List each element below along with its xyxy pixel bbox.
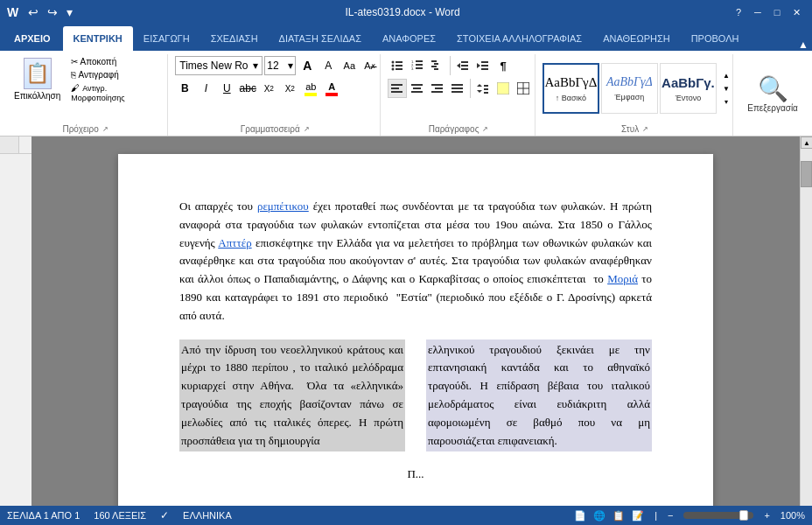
borders-button[interactable] [514, 79, 533, 98]
tab-home[interactable]: ΚΕΝΤΡΙΚΗ [63, 26, 133, 51]
customize-qat-button[interactable]: ▾ [64, 5, 75, 19]
column-right: ελληνικού τραγουδιού ξεκινάει με την επτ… [426, 340, 652, 452]
tab-references[interactable]: ΑΝΑΦΟΡΕΣ [372, 26, 446, 51]
tab-view[interactable]: ΠΡΟΒΟΛΗ [681, 26, 750, 51]
paragraph-group-label: Παράγραφος ↗ [388, 122, 529, 136]
minimize-button[interactable]: ─ [749, 4, 766, 21]
clear-format-icon: A✗ [364, 60, 376, 71]
style-gallery: AaBbΓγΔ ↑ Βασικό AaBbΓγΔ Έμφαση AaBbΓγ. [542, 56, 732, 121]
svg-rect-7 [416, 60, 423, 62]
font-shrink-button[interactable]: A [318, 56, 338, 75]
scroll-thumb[interactable] [801, 161, 812, 187]
view-draft-button[interactable]: 📝 [632, 510, 644, 522]
svg-rect-29 [411, 91, 423, 93]
svg-marker-20 [477, 63, 480, 68]
zoom-separator: | [654, 510, 657, 521]
style-emphasis[interactable]: AaBbΓγΔ Έμφαση [601, 63, 658, 114]
zoom-slider[interactable] [683, 512, 753, 519]
align-center-button[interactable] [408, 79, 427, 98]
svg-rect-30 [431, 84, 443, 86]
numbering-button[interactable]: 1.2.3. [408, 56, 427, 75]
editing-button[interactable]: 🔍 Επεξεργασία [740, 71, 805, 116]
apper-link[interactable]: Απττέρ [218, 236, 251, 249]
help-button[interactable]: ? [730, 4, 747, 21]
document-scroll-area[interactable]: Οι απαρχές του ρεμπέτικου έχει προταθεί … [32, 136, 800, 525]
align-left-button[interactable] [388, 79, 407, 98]
tab-file[interactable]: ΑΡΧΕΙΟ [2, 26, 63, 51]
tab-mailings[interactable]: ΣΤΟΙΧΕΙΑ ΑΛΛΗΛΟΓΡΑΦΙΑΣ [446, 26, 592, 51]
font-expand-icon[interactable]: ↗ [304, 125, 310, 133]
paragraph-3: Π... [179, 466, 652, 484]
redo-button[interactable]: ↪ [45, 5, 60, 19]
ribbon-expand-button[interactable]: ▲ [798, 38, 808, 51]
font-name-dropdown[interactable]: Times New Ro ▾ [175, 56, 262, 75]
svg-point-0 [392, 61, 395, 64]
tab-review[interactable]: ΑΝΑΘΕΩΡΗΣΗ [592, 26, 681, 51]
paste-button[interactable]: 📋 Επικόλληση [9, 56, 66, 102]
view-outline-button[interactable]: 📋 [612, 510, 625, 522]
tab-insert[interactable]: ΕΙΣΑΓΩΓΗ [133, 26, 200, 51]
vertical-scrollbar[interactable]: ▲ ▼ [800, 136, 812, 525]
text-highlight-button[interactable]: ab [301, 79, 320, 98]
line-spacing-button[interactable] [473, 79, 493, 98]
justify-button[interactable] [448, 79, 467, 98]
font-color-button[interactable]: A [322, 79, 341, 98]
bold-button[interactable]: B [175, 79, 194, 98]
ribbon-content: 📋 Επικόλληση ✂ Αποκοπή ⎘ Αντιγραφή [0, 51, 812, 136]
style-more-button[interactable]: ▾ [720, 95, 732, 108]
font-group: Times New Ro ▾ 12 ▾ A A Aa A✗ [170, 54, 381, 136]
tab-design[interactable]: ΣΧΕΔΙΑΣΗ [200, 26, 269, 51]
statusbar-left: ΣΕΛΙΔΑ 1 ΑΠΟ 1 160 ΛΕΞΕΙΣ ✓ ΕΛΛΗΝΙΚΑ [7, 509, 232, 522]
view-print-button[interactable]: 📄 [574, 510, 586, 522]
style-heading[interactable]: AaBbΓγ. Έντονο [660, 63, 717, 114]
svg-rect-34 [452, 88, 463, 89]
view-web-button[interactable]: 🌐 [593, 510, 606, 522]
shading-button[interactable] [494, 79, 513, 98]
style-normal-label: ↑ Βασικό [556, 94, 586, 102]
style-emphasis-preview: AaBbΓγΔ [606, 75, 653, 89]
paragraph-expand-icon[interactable]: ↗ [482, 125, 488, 133]
strikethrough-button[interactable]: abc [238, 79, 257, 98]
cut-button[interactable]: ✂ Αποκοπή [67, 56, 162, 67]
clipboard-group: 📋 Επικόλληση ✂ Αποκοπή ⎘ Αντιγραφή [4, 54, 168, 136]
show-hide-button[interactable]: ¶ [494, 56, 513, 75]
italic-button[interactable]: I [196, 79, 215, 98]
clear-formatting-button[interactable]: A✗ [360, 56, 380, 75]
copy-button[interactable]: ⎘ Αντιγραφή [67, 69, 162, 80]
underline-button[interactable]: U [217, 79, 236, 98]
col-left-paragraph: Από την ίδρυση του νεοελληνικού κράτους … [179, 340, 405, 452]
svg-rect-15 [434, 68, 438, 70]
decrease-indent-button[interactable] [453, 56, 472, 75]
document-container: Οι απαρχές του ρεμπέτικου έχει προταθεί … [32, 136, 812, 525]
undo-button[interactable]: ↩ [25, 5, 41, 19]
zoom-level: 100% [780, 510, 805, 521]
zoom-in-button[interactable]: + [764, 510, 769, 521]
multilevel-list-button[interactable] [428, 56, 447, 75]
align-right-button[interactable] [428, 79, 447, 98]
zoom-out-button[interactable]: − [668, 510, 673, 521]
styles-expand-icon[interactable]: ↗ [642, 125, 648, 133]
svg-marker-37 [477, 90, 482, 93]
subscript-button[interactable]: X2 [259, 79, 278, 98]
font-grow-button[interactable]: A [298, 56, 317, 75]
bullets-button[interactable] [388, 56, 407, 75]
increase-indent-button[interactable] [473, 56, 493, 75]
close-button[interactable]: ✕ [788, 4, 805, 21]
rempetiko-link[interactable]: ρεμπέτικου [257, 200, 309, 213]
clipboard-expand-icon[interactable]: ↗ [102, 125, 108, 133]
font-size-dropdown[interactable]: 12 ▾ [264, 56, 296, 75]
font-size-chevron: ▾ [288, 60, 293, 72]
format-painter-button[interactable]: 🖌 Αντιγρ. Μορφοποίησης [67, 82, 162, 103]
style-scroll-up[interactable]: ▲ [720, 69, 732, 81]
moria-link[interactable]: Μοριά [607, 272, 638, 285]
style-scroll-down[interactable]: ▼ [720, 82, 732, 94]
tab-layout[interactable]: ΔΙΑΤΑΞΗ ΣΕΛΙΔΑΣ [269, 26, 372, 51]
svg-rect-13 [434, 63, 438, 65]
change-case-button[interactable]: Aa [340, 56, 359, 75]
scroll-track[interactable] [801, 187, 812, 513]
style-normal[interactable]: AaBbΓγΔ ↑ Βασικό [542, 63, 599, 114]
scroll-up-button[interactable]: ▲ [801, 136, 812, 149]
superscript-button[interactable]: X2 [280, 79, 299, 98]
svg-rect-27 [411, 84, 423, 86]
maximize-button[interactable]: □ [768, 4, 786, 21]
